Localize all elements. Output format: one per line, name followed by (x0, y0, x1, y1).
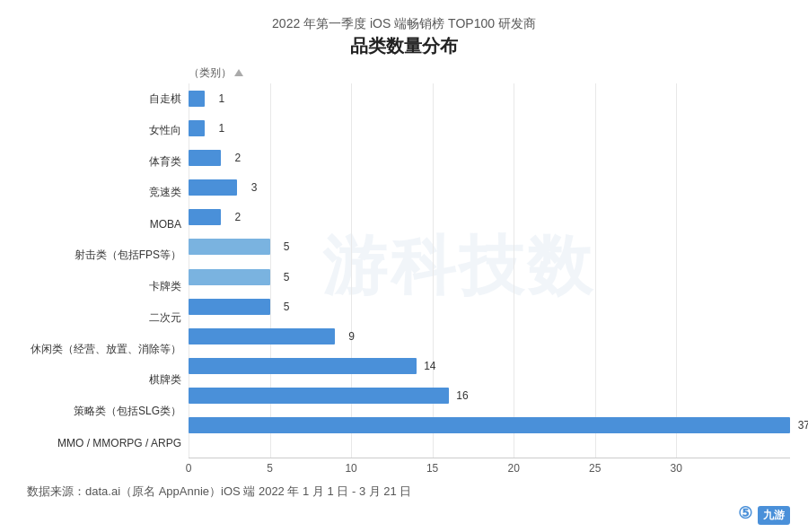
bar-value-label: 1 (218, 92, 224, 105)
y-label: MMO / MMORPG / ARPG (57, 431, 181, 456)
logo-text: 九游 (758, 506, 790, 525)
axis-arrow-icon (234, 69, 243, 76)
bar-row: 2 (189, 145, 790, 170)
bar-value-label: 14 (424, 360, 435, 372)
bar-value-label: 5 (284, 301, 290, 313)
bar-value-label: 37 (798, 419, 808, 432)
bar-row: 5 (189, 234, 790, 259)
bar-value-label: 5 (284, 240, 290, 253)
footer: 数据来源：data.ai（原名 AppAnnie）iOS 端 2022 年 1 … (18, 484, 790, 500)
y-label: MOBA (150, 212, 181, 237)
bars-container: 112325559141637 (189, 83, 790, 440)
title-area: 2022 年第一季度 iOS 端畅销榜 TOP100 研发商 品类数量分布 (18, 16, 790, 58)
y-label: 卡牌类 (149, 274, 181, 299)
bar-row: 5 (189, 265, 790, 290)
x-axis-line (189, 458, 790, 458)
main-title: 品类数量分布 (18, 34, 790, 58)
axis-label: （类别） (189, 65, 232, 81)
y-label: 竞速类 (149, 180, 181, 205)
bar: 1 (189, 91, 205, 107)
x-axis-label: 30 (671, 462, 682, 475)
bar-row: 2 (189, 205, 790, 230)
bar-row: 5 (189, 294, 790, 319)
bar-row: 14 (189, 353, 790, 379)
bar-value-label: 9 (348, 330, 355, 343)
bar: 37 (189, 417, 790, 433)
bar-row: 1 (189, 86, 790, 111)
bar: 5 (189, 239, 270, 255)
y-label: 二次元 (149, 305, 181, 330)
chart-area: 自走棋女性向体育类竞速类MOBA射击类（包括FPS等）卡牌类二次元休闲类（经营、… (18, 65, 790, 460)
logo-area: ⑤ 九游 (738, 503, 790, 525)
bar: 2 (189, 150, 221, 166)
y-label: 休闲类（经营、放置、消除等） (31, 336, 181, 362)
y-labels: 自走棋女性向体育类竞速类MOBA射击类（包括FPS等）卡牌类二次元休闲类（经营、… (18, 65, 189, 460)
y-label: 射击类（包括FPS等） (75, 243, 181, 268)
y-label: 女性向 (149, 118, 181, 143)
y-label: 策略类（包括SLG类） (74, 399, 181, 424)
y-label: 自走棋 (149, 86, 181, 111)
x-axis-label: 25 (589, 462, 601, 475)
subtitle: 2022 年第一季度 iOS 端畅销榜 TOP100 研发商 (18, 16, 790, 32)
bar: 9 (189, 328, 335, 344)
logo-icon: ⑤ (738, 504, 752, 522)
bar-value-label: 16 (456, 389, 468, 402)
x-axis-label: 15 (426, 462, 438, 475)
bar: 2 (189, 209, 221, 225)
x-axis-labels: 051015202530 (189, 462, 790, 478)
bar-value-label: 2 (235, 211, 242, 223)
bar-value-label: 5 (284, 271, 290, 283)
bar: 1 (189, 120, 205, 136)
bar-row: 9 (189, 324, 790, 349)
bar: 3 (189, 179, 237, 196)
bar-row: 3 (189, 175, 790, 200)
axis-title: （类别） (189, 65, 243, 81)
bar-row: 16 (189, 383, 790, 408)
bar: 5 (189, 299, 270, 315)
bar-value-label: 2 (235, 152, 242, 164)
bar: 16 (189, 388, 449, 404)
bar-value-label: 3 (251, 181, 258, 194)
bar-row: 1 (189, 116, 790, 141)
x-axis-label: 5 (267, 462, 273, 475)
chart-body: （类别） 112325559141637 (189, 65, 790, 460)
footer-text: 数据来源：data.ai（原名 AppAnnie）iOS 端 2022 年 1 … (27, 484, 411, 498)
main-container: 游科技数 2022 年第一季度 iOS 端畅销榜 TOP100 研发商 品类数量… (0, 0, 808, 532)
bar-row: 37 (189, 413, 790, 438)
x-axis-label: 20 (507, 462, 519, 475)
bar-value-label: 1 (218, 122, 224, 135)
bar: 14 (189, 358, 417, 374)
x-axis-label: 0 (186, 462, 192, 475)
y-label: 体育类 (149, 149, 181, 174)
y-label: 棋牌类 (149, 368, 181, 393)
x-axis-label: 10 (345, 462, 356, 475)
bar: 5 (189, 269, 270, 285)
